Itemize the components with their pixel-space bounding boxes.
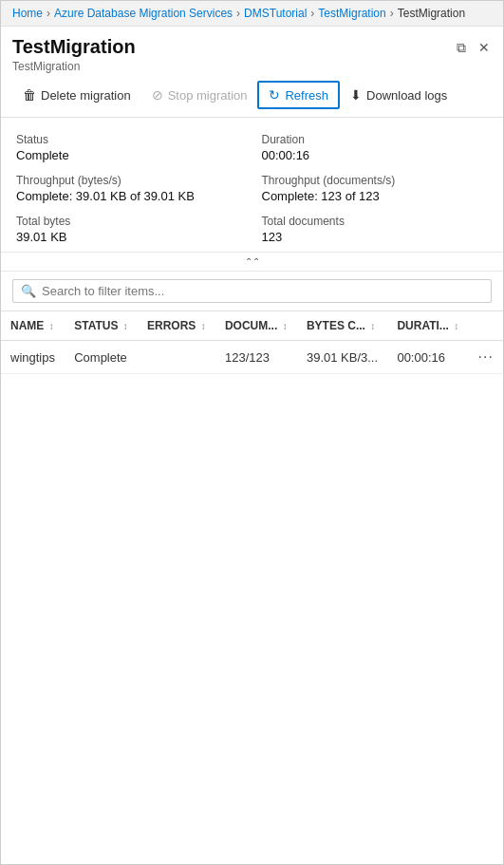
total-bytes-value: 39.01 KB: [16, 230, 243, 244]
table-container: NAME ↕ STATUS ↕ ERRORS ↕ DOCUM... ↕ BYTE…: [1, 311, 503, 374]
stop-icon: ⊘: [152, 87, 163, 103]
col-documents[interactable]: DOCUM... ↕: [215, 311, 297, 341]
cell-actions: ···: [468, 341, 503, 374]
breadcrumb-testmigration[interactable]: TestMigration: [318, 7, 385, 20]
search-input[interactable]: [42, 284, 483, 298]
total-docs-label: Total documents: [262, 215, 489, 228]
stat-throughput-bytes: Throughput (bytes/s) Complete: 39.01 KB …: [16, 174, 243, 203]
cell-bytes: 39.01 KB/3...: [297, 341, 387, 374]
stop-migration-button[interactable]: ⊘ Stop migration: [141, 82, 258, 108]
window-close-button[interactable]: ✕: [476, 40, 492, 55]
row-actions-button[interactable]: ···: [477, 348, 493, 365]
sort-status-icon: ↕: [123, 321, 128, 331]
window-controls: ⧉ ✕: [454, 40, 492, 55]
breadcrumb-sep-2: ›: [236, 7, 240, 20]
page-subtitle: TestMigration: [12, 60, 136, 73]
refresh-button[interactable]: ↻ Refresh: [257, 81, 340, 109]
breadcrumb-sep-1: ›: [47, 7, 50, 20]
breadcrumb-current: TestMigration: [398, 7, 465, 20]
breadcrumb-home[interactable]: Home: [12, 7, 43, 20]
search-input-wrap: 🔍: [12, 279, 492, 303]
breadcrumb-tutorial[interactable]: DMSTutorial: [244, 7, 307, 20]
cell-errors: [138, 341, 215, 374]
breadcrumb: Home › Azure Database Migration Services…: [1, 1, 503, 27]
sort-name-icon: ↕: [49, 321, 54, 331]
col-bytes[interactable]: BYTES C... ↕: [297, 311, 387, 341]
stat-status: Status Complete: [16, 133, 243, 162]
breadcrumb-dms[interactable]: Azure Database Migration Services: [54, 7, 233, 20]
collapse-button[interactable]: ⌃⌃: [245, 256, 260, 267]
col-duration[interactable]: DURATI... ↕: [387, 311, 468, 341]
delete-label: Delete migration: [41, 88, 131, 103]
status-value: Complete: [16, 148, 243, 162]
total-bytes-label: Total bytes: [16, 215, 243, 228]
cell-status: Complete: [65, 341, 138, 374]
search-bar: 🔍: [1, 272, 503, 311]
sort-errors-icon: ↕: [201, 321, 206, 331]
status-label: Status: [16, 133, 243, 146]
page-header: TestMigration TestMigration ⧉ ✕: [1, 27, 503, 73]
breadcrumb-sep-3: ›: [310, 7, 314, 20]
search-icon: 🔍: [21, 284, 36, 298]
table-header: NAME ↕ STATUS ↕ ERRORS ↕ DOCUM... ↕ BYTE…: [1, 311, 503, 341]
data-table: NAME ↕ STATUS ↕ ERRORS ↕ DOCUM... ↕ BYTE…: [1, 311, 503, 374]
throughput-bytes-value: Complete: 39.01 KB of 39.01 KB: [16, 189, 243, 203]
stat-duration: Duration 00:00:16: [262, 133, 489, 162]
delete-icon: 🗑: [23, 87, 36, 103]
table-body: wingtips Complete 123/123 39.01 KB/3... …: [1, 341, 503, 374]
duration-value: 00:00:16: [262, 148, 489, 162]
throughput-docs-value: Complete: 123 of 123: [262, 189, 489, 203]
col-status[interactable]: STATUS ↕: [65, 311, 138, 341]
duration-label: Duration: [262, 133, 489, 146]
throughput-bytes-label: Throughput (bytes/s): [16, 174, 243, 187]
col-actions: [468, 311, 503, 341]
download-logs-button[interactable]: ⬇ Download logs: [340, 82, 457, 108]
refresh-label: Refresh: [285, 88, 328, 103]
cell-duration: 00:00:16: [387, 341, 468, 374]
sort-bytes-icon: ↕: [370, 321, 375, 331]
collapse-row: ⌃⌃: [1, 253, 503, 272]
col-errors[interactable]: ERRORS ↕: [138, 311, 215, 341]
cell-documents: 123/123: [215, 341, 297, 374]
table-row: wingtips Complete 123/123 39.01 KB/3... …: [1, 341, 503, 374]
page-title: TestMigration: [12, 36, 136, 58]
stat-throughput-docs: Throughput (documents/s) Complete: 123 o…: [262, 174, 489, 203]
download-label: Download logs: [366, 88, 447, 103]
stats-panel: Status Complete Duration 00:00:16 Throug…: [1, 118, 503, 253]
stat-total-bytes: Total bytes 39.01 KB: [16, 215, 243, 244]
sort-duration-icon: ↕: [454, 321, 458, 331]
refresh-icon: ↻: [269, 87, 280, 103]
delete-migration-button[interactable]: 🗑 Delete migration: [12, 82, 141, 108]
total-docs-value: 123: [262, 230, 489, 244]
col-name[interactable]: NAME ↕: [1, 311, 65, 341]
throughput-docs-label: Throughput (documents/s): [262, 174, 489, 187]
download-icon: ⬇: [350, 87, 362, 103]
toolbar: 🗑 Delete migration ⊘ Stop migration ↻ Re…: [1, 73, 503, 118]
breadcrumb-sep-4: ›: [390, 7, 394, 20]
cell-name: wingtips: [1, 341, 65, 374]
window-restore-button[interactable]: ⧉: [454, 40, 469, 55]
sort-docs-icon: ↕: [283, 321, 288, 331]
stop-label: Stop migration: [168, 88, 248, 103]
stat-total-docs: Total documents 123: [262, 215, 489, 244]
